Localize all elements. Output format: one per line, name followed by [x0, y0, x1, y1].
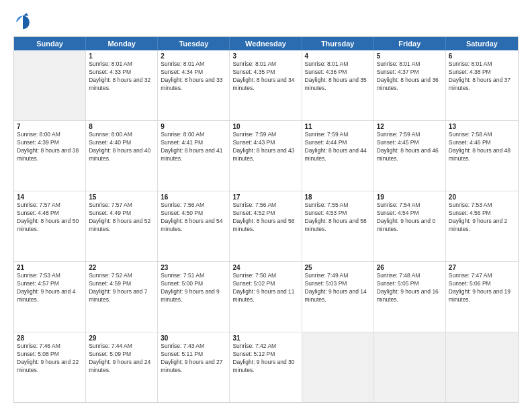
day-number: 6: [449, 52, 515, 60]
day-info: Sunrise: 8:01 AMSunset: 4:33 PMDaylight:…: [89, 60, 154, 93]
day-number: 2: [161, 52, 226, 60]
calendar: SundayMondayTuesdayWednesdayThursdayFrid…: [13, 36, 519, 403]
calendar-header-row: SundayMondayTuesdayWednesdayThursdayFrid…: [14, 37, 518, 50]
day-info: Sunrise: 7:59 AMSunset: 4:44 PMDaylight:…: [305, 131, 371, 163]
logo: [13, 12, 35, 31]
weekday-header: Friday: [374, 37, 446, 50]
calendar-cell: 2Sunrise: 8:01 AMSunset: 4:34 PMDaylight…: [158, 50, 230, 120]
calendar-week-row: 1Sunrise: 8:01 AMSunset: 4:33 PMDaylight…: [14, 50, 518, 121]
day-number: 25: [305, 264, 371, 271]
calendar-cell: 4Sunrise: 8:01 AMSunset: 4:36 PMDaylight…: [302, 50, 374, 120]
day-number: 24: [232, 264, 298, 271]
day-number: 19: [377, 193, 443, 201]
day-info: Sunrise: 7:51 AMSunset: 5:00 PMDaylight:…: [161, 272, 226, 304]
day-info: Sunrise: 8:01 AMSunset: 4:34 PMDaylight:…: [161, 60, 226, 93]
day-info: Sunrise: 7:53 AMSunset: 4:57 PMDaylight:…: [17, 272, 83, 304]
page: SundayMondayTuesdayWednesdayThursdayFrid…: [0, 0, 532, 411]
weekday-header: Tuesday: [158, 37, 230, 50]
day-info: Sunrise: 7:57 AMSunset: 4:48 PMDaylight:…: [17, 201, 83, 234]
calendar-cell: 23Sunrise: 7:51 AMSunset: 5:00 PMDayligh…: [158, 262, 230, 332]
day-info: Sunrise: 7:59 AMSunset: 4:43 PMDaylight:…: [232, 131, 298, 163]
calendar-cell: 31Sunrise: 7:42 AMSunset: 5:12 PMDayligh…: [230, 332, 302, 402]
day-info: Sunrise: 7:59 AMSunset: 4:45 PMDaylight:…: [377, 131, 443, 163]
day-number: 11: [305, 123, 371, 130]
day-info: Sunrise: 8:01 AMSunset: 4:35 PMDaylight:…: [232, 60, 298, 93]
calendar-cell: 1Sunrise: 8:01 AMSunset: 4:33 PMDaylight…: [86, 50, 158, 120]
calendar-body: 1Sunrise: 8:01 AMSunset: 4:33 PMDaylight…: [14, 50, 518, 402]
calendar-cell: 12Sunrise: 7:59 AMSunset: 4:45 PMDayligh…: [374, 121, 446, 191]
day-info: Sunrise: 7:56 AMSunset: 4:52 PMDaylight:…: [232, 201, 298, 234]
weekday-header: Saturday: [446, 37, 518, 50]
day-number: 12: [377, 123, 443, 130]
day-info: Sunrise: 8:01 AMSunset: 4:38 PMDaylight:…: [449, 60, 515, 93]
day-number: 7: [17, 123, 83, 130]
day-info: Sunrise: 7:50 AMSunset: 5:02 PMDaylight:…: [232, 272, 298, 304]
calendar-cell: [446, 332, 518, 402]
day-number: 27: [449, 264, 515, 271]
calendar-cell: 20Sunrise: 7:53 AMSunset: 4:56 PMDayligh…: [446, 191, 518, 261]
weekday-header: Wednesday: [230, 37, 302, 50]
day-number: 28: [17, 334, 83, 342]
day-info: Sunrise: 7:49 AMSunset: 5:03 PMDaylight:…: [305, 272, 371, 304]
day-info: Sunrise: 7:58 AMSunset: 4:46 PMDaylight:…: [449, 131, 515, 163]
day-info: Sunrise: 7:57 AMSunset: 4:49 PMDaylight:…: [89, 201, 154, 234]
day-info: Sunrise: 8:00 AMSunset: 4:40 PMDaylight:…: [89, 131, 154, 163]
calendar-cell: 17Sunrise: 7:56 AMSunset: 4:52 PMDayligh…: [230, 191, 302, 261]
calendar-week-row: 28Sunrise: 7:46 AMSunset: 5:08 PMDayligh…: [14, 332, 518, 402]
day-number: 21: [17, 264, 83, 271]
calendar-cell: [374, 332, 446, 402]
calendar-cell: [14, 50, 86, 120]
calendar-cell: 25Sunrise: 7:49 AMSunset: 5:03 PMDayligh…: [302, 262, 374, 332]
calendar-cell: [302, 332, 374, 402]
calendar-cell: 16Sunrise: 7:56 AMSunset: 4:50 PMDayligh…: [158, 191, 230, 261]
day-number: 9: [161, 123, 226, 130]
day-number: 29: [89, 334, 154, 342]
day-info: Sunrise: 7:48 AMSunset: 5:05 PMDaylight:…: [377, 272, 443, 304]
calendar-cell: 18Sunrise: 7:55 AMSunset: 4:53 PMDayligh…: [302, 191, 374, 261]
calendar-cell: 11Sunrise: 7:59 AMSunset: 4:44 PMDayligh…: [302, 121, 374, 191]
day-number: 8: [89, 123, 154, 130]
calendar-cell: 21Sunrise: 7:53 AMSunset: 4:57 PMDayligh…: [14, 262, 86, 332]
day-info: Sunrise: 7:55 AMSunset: 4:53 PMDaylight:…: [305, 201, 371, 234]
day-info: Sunrise: 8:01 AMSunset: 4:36 PMDaylight:…: [305, 60, 371, 93]
day-number: 17: [232, 193, 298, 201]
calendar-cell: 6Sunrise: 8:01 AMSunset: 4:38 PMDaylight…: [446, 50, 518, 120]
calendar-week-row: 21Sunrise: 7:53 AMSunset: 4:57 PMDayligh…: [14, 262, 518, 332]
day-info: Sunrise: 8:00 AMSunset: 4:41 PMDaylight:…: [161, 131, 226, 163]
calendar-week-row: 7Sunrise: 8:00 AMSunset: 4:39 PMDaylight…: [14, 121, 518, 191]
calendar-cell: 24Sunrise: 7:50 AMSunset: 5:02 PMDayligh…: [230, 262, 302, 332]
calendar-week-row: 14Sunrise: 7:57 AMSunset: 4:48 PMDayligh…: [14, 191, 518, 262]
weekday-header: Thursday: [302, 37, 374, 50]
day-info: Sunrise: 7:46 AMSunset: 5:08 PMDaylight:…: [17, 342, 83, 375]
header: [13, 12, 519, 31]
logo-icon: [13, 12, 32, 31]
day-number: 3: [232, 52, 298, 60]
day-number: 1: [89, 52, 154, 60]
day-number: 26: [377, 264, 443, 271]
day-number: 18: [305, 193, 371, 201]
day-number: 31: [232, 334, 298, 342]
calendar-cell: 30Sunrise: 7:43 AMSunset: 5:11 PMDayligh…: [158, 332, 230, 402]
calendar-cell: 28Sunrise: 7:46 AMSunset: 5:08 PMDayligh…: [14, 332, 86, 402]
day-number: 23: [161, 264, 226, 271]
weekday-header: Monday: [86, 37, 158, 50]
calendar-cell: 27Sunrise: 7:47 AMSunset: 5:06 PMDayligh…: [446, 262, 518, 332]
calendar-cell: 14Sunrise: 7:57 AMSunset: 4:48 PMDayligh…: [14, 191, 86, 261]
day-info: Sunrise: 7:42 AMSunset: 5:12 PMDaylight:…: [232, 342, 298, 375]
day-info: Sunrise: 8:01 AMSunset: 4:37 PMDaylight:…: [377, 60, 443, 93]
calendar-cell: 26Sunrise: 7:48 AMSunset: 5:05 PMDayligh…: [374, 262, 446, 332]
day-number: 22: [89, 264, 154, 271]
day-number: 30: [161, 334, 226, 342]
day-info: Sunrise: 7:44 AMSunset: 5:09 PMDaylight:…: [89, 342, 154, 375]
calendar-cell: 10Sunrise: 7:59 AMSunset: 4:43 PMDayligh…: [230, 121, 302, 191]
calendar-cell: 5Sunrise: 8:01 AMSunset: 4:37 PMDaylight…: [374, 50, 446, 120]
day-number: 13: [449, 123, 515, 130]
day-info: Sunrise: 7:53 AMSunset: 4:56 PMDaylight:…: [449, 201, 515, 234]
calendar-cell: 9Sunrise: 8:00 AMSunset: 4:41 PMDaylight…: [158, 121, 230, 191]
day-number: 14: [17, 193, 83, 201]
day-number: 16: [161, 193, 226, 201]
calendar-cell: 15Sunrise: 7:57 AMSunset: 4:49 PMDayligh…: [86, 191, 158, 261]
weekday-header: Sunday: [14, 37, 86, 50]
day-info: Sunrise: 7:56 AMSunset: 4:50 PMDaylight:…: [161, 201, 226, 234]
calendar-cell: 8Sunrise: 8:00 AMSunset: 4:40 PMDaylight…: [86, 121, 158, 191]
